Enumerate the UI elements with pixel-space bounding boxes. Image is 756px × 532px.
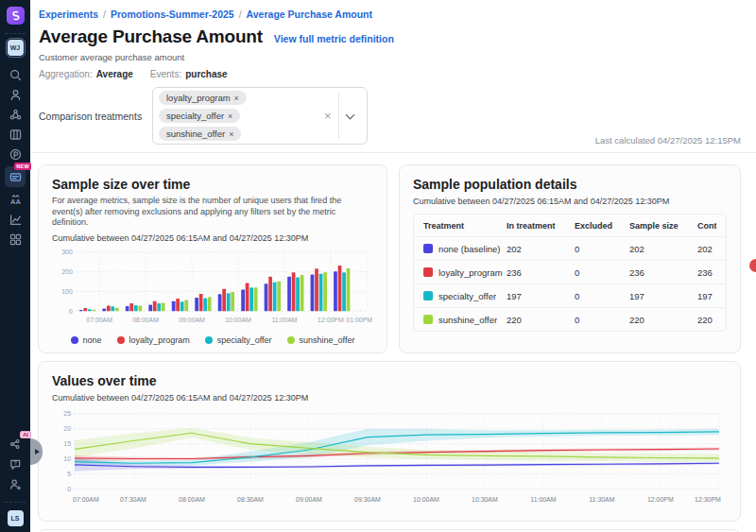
ai-assistant-icon[interactable]: AI (5, 435, 26, 454)
product-analytics-icon[interactable] (5, 145, 26, 163)
population-table: Treatment In treatment Excluded Sample s… (413, 214, 727, 332)
svg-text:10:00AM: 10:00AM (413, 496, 439, 503)
svg-text:12:00PM: 12:00PM (318, 317, 344, 323)
experiments-icon[interactable]: AA (5, 190, 26, 209)
svg-text:07:00AM: 07:00AM (73, 496, 99, 503)
svg-text:01:00PM: 01:00PM (346, 317, 372, 323)
svg-text:25: 25 (63, 410, 71, 417)
alert-edge-tab[interactable] (749, 259, 756, 272)
clear-all-icon[interactable]: × (318, 109, 338, 123)
metrics-icon[interactable]: NEW (5, 166, 26, 187)
svg-text:07:00AM: 07:00AM (86, 317, 112, 323)
svg-text:10:30AM: 10:30AM (472, 496, 498, 503)
legend-item: loyalty_program (117, 335, 190, 345)
values-cumulative: Cumulative between 04/27/2025 06:15AM an… (52, 393, 727, 403)
svg-text:15: 15 (63, 440, 71, 447)
sample-size-cumulative: Cumulative between 04/27/2025 06:15AM an… (52, 233, 373, 243)
sample-size-description: For average metrics, sample size is the … (52, 196, 364, 229)
svg-text:09:30AM: 09:30AM (354, 496, 381, 503)
legend-item: none (71, 335, 102, 345)
svg-text:5: 5 (67, 471, 71, 477)
svg-text:07:30AM: 07:30AM (120, 496, 146, 503)
remove-chip-icon[interactable]: × (234, 94, 239, 103)
last-calculated-text: Last calculated 04/27/2025 12:15PM (595, 135, 741, 146)
treatments-multiselect[interactable]: loyalty_program× specialty_offer× sunshi… (152, 87, 368, 145)
series-color-swatch (423, 267, 433, 277)
user-avatar[interactable]: LS (8, 510, 24, 526)
breadcrumb-separator: / (239, 9, 242, 20)
values-over-time-card: Values over time Cumulative between 04/2… (38, 361, 741, 522)
dashboards-icon[interactable] (5, 230, 26, 249)
table-row[interactable]: none (baseline) 202 0 202 202 (414, 236, 726, 260)
breadcrumb-metric-name[interactable]: Average Purchase Amount (247, 9, 372, 20)
svg-text:0: 0 (67, 486, 71, 492)
statsig-logo-icon[interactable] (7, 7, 25, 25)
app-window: WJ NEW AA AI (0, 0, 756, 532)
legend-item: specialty_offer (205, 335, 272, 345)
sample-size-bar-chart[interactable]: 010020030007:00AM08:00AM09:00AM10:00AM11… (52, 248, 373, 334)
content-area: Sample size over time For average metric… (30, 153, 756, 532)
breadcrumb-experiment-name[interactable]: Promotions-Summer-2025 (111, 9, 234, 20)
treatment-chip[interactable]: specialty_offer× (159, 109, 240, 123)
breadcrumb-experiments[interactable]: Experiments (39, 9, 98, 20)
population-title: Sample population details (413, 177, 727, 192)
divider (338, 93, 339, 139)
aggregation-label: Aggregation: (39, 69, 93, 79)
segments-icon[interactable] (5, 105, 26, 124)
remove-chip-icon[interactable]: × (228, 112, 232, 121)
treatment-chip[interactable]: sunshine_offer× (159, 127, 241, 141)
series-color-swatch (423, 291, 433, 300)
legend-dot (71, 336, 78, 344)
view-metric-definition-link[interactable]: View full metric definition (274, 33, 394, 44)
svg-text:09:00AM: 09:00AM (179, 317, 205, 323)
events-value: purchase (185, 69, 227, 79)
sidebar-divider (5, 502, 26, 503)
breadcrumb: Experiments / Promotions-Summer-2025 / A… (39, 9, 741, 20)
svg-text:12:00PM: 12:00PM (647, 496, 674, 503)
table-row[interactable]: loyalty_program 236 0 236 236 (414, 260, 726, 283)
svg-text:10: 10 (63, 455, 71, 462)
svg-text:20: 20 (63, 425, 71, 432)
invite-user-icon[interactable] (5, 474, 26, 493)
svg-text:AA: AA (10, 197, 21, 205)
remove-chip-icon[interactable]: × (229, 129, 233, 139)
values-line-chart[interactable]: 051015202507:00AM07:30AM08:00AM08:30AM09… (52, 406, 727, 511)
bar-chart-legend: none loyalty_program specialty_offer sun… (52, 335, 373, 345)
aggregation-row: Aggregation:Average Events:purchase (39, 69, 741, 79)
table-row[interactable]: specialty_offer 197 0 197 197 (414, 283, 726, 307)
columns-icon[interactable] (5, 125, 26, 144)
legend-dot (117, 336, 125, 344)
breadcrumb-separator: / (103, 9, 106, 20)
users-icon[interactable] (5, 85, 26, 104)
events-label: Events: (150, 69, 181, 79)
sample-size-title: Sample size over time (52, 177, 373, 192)
svg-text:11:00AM: 11:00AM (530, 496, 556, 503)
svg-text:100: 100 (61, 288, 73, 295)
treatment-chip[interactable]: loyalty_program× (159, 91, 247, 105)
series-color-swatch (423, 315, 433, 324)
series-color-swatch (423, 244, 433, 253)
legend-item: sunshine_offer (287, 335, 355, 345)
page-header: Experiments / Promotions-Summer-2025 / A… (30, 0, 756, 153)
page-title: Average Purchase Amount (39, 26, 263, 47)
comparison-treatments-label: Comparison treatments (39, 111, 152, 122)
main-panel: Experiments / Promotions-Summer-2025 / A… (30, 0, 756, 532)
svg-text:11:30AM: 11:30AM (589, 496, 614, 503)
search-icon[interactable] (5, 65, 26, 84)
values-title: Values over time (52, 373, 727, 388)
svg-text:08:00AM: 08:00AM (132, 317, 159, 323)
ai-badge: AI (20, 431, 31, 438)
aggregation-value: Average (96, 69, 133, 79)
chevron-down-icon[interactable] (345, 110, 354, 119)
chevron-right-icon (35, 449, 40, 455)
sidebar: WJ NEW AA AI (0, 0, 30, 532)
svg-text:09:00AM: 09:00AM (296, 496, 322, 503)
sample-population-card: Sample population details Cumulative bet… (399, 164, 741, 353)
legend-dot (287, 336, 295, 344)
workspace-avatar[interactable]: WJ (8, 40, 24, 56)
help-chat-icon[interactable]: ? (5, 455, 26, 473)
svg-text:0: 0 (69, 308, 73, 315)
line-chart-icon[interactable] (5, 210, 26, 229)
table-row[interactable]: sunshine_offer 220 0 220 220 (414, 307, 726, 331)
svg-text:12:30PM: 12:30PM (695, 496, 721, 503)
